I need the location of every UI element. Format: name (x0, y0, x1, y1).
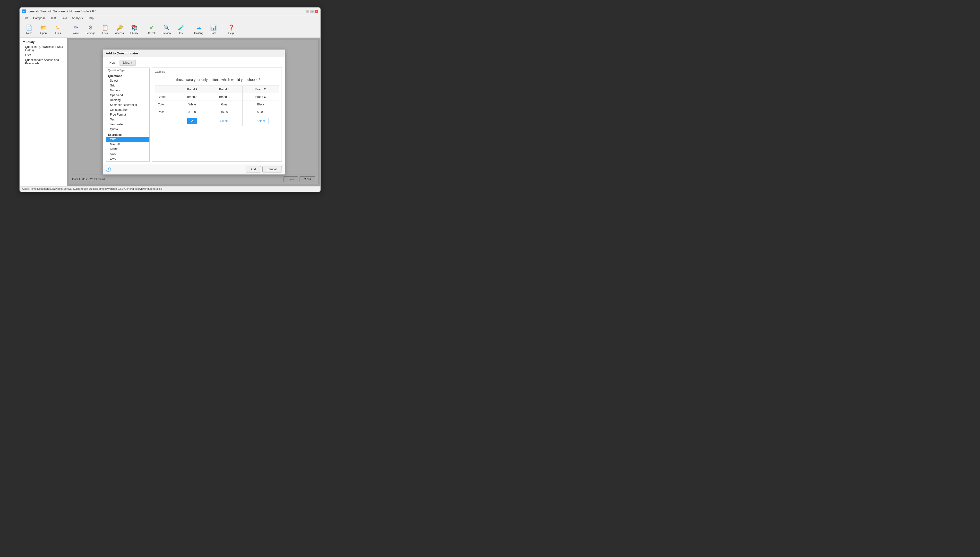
sidebar-lists[interactable]: Lists (20, 53, 67, 57)
minimize-button[interactable]: ─ (306, 10, 309, 13)
qt-text[interactable]: Text (106, 117, 150, 122)
toolbar-help-label: Help (228, 32, 234, 34)
menu-file[interactable]: File (21, 16, 31, 20)
cbc-attr-header (155, 86, 178, 93)
toolbar-lists-button[interactable]: 📋 Lists (98, 23, 112, 36)
qt-ranking[interactable]: Ranking (106, 98, 150, 103)
brand-b-select-button[interactable]: Select (217, 118, 232, 124)
cbc-question-text: If these were your only options, which w… (155, 78, 279, 81)
modal-content: Question Type Questions Select Grid Nume… (106, 68, 282, 161)
example-panel: Example If these were your only options,… (152, 68, 282, 161)
brand-a-select-button[interactable]: ✔ (187, 118, 197, 124)
toolbar-write-button[interactable]: ✏ Write (69, 23, 83, 36)
brand-b-color: Grey (206, 101, 243, 108)
toolbar-open-label: Open (40, 32, 47, 34)
window-controls: ─ □ ✕ (306, 10, 318, 13)
file-path: \\Mac\Home\Documents\Sawtooth Software\L… (22, 187, 163, 190)
qt-cva[interactable]: CVA (106, 156, 150, 161)
toolbar-settings-label: Settings (86, 32, 95, 34)
new-icon: 📄 (26, 24, 32, 31)
brand-b-select-cell: Select (206, 116, 243, 126)
help-button[interactable]: ? (106, 167, 111, 172)
tab-library[interactable]: Library (119, 60, 136, 65)
brand-c-select-button[interactable]: Select (253, 118, 268, 124)
brand-c-select-cell: Select (243, 116, 279, 126)
question-type-header: Question Type (106, 68, 150, 73)
table-row: Price $1.00 $5.00 $3.00 (155, 108, 279, 116)
toolbar-settings-button[interactable]: ⚙ Settings (83, 23, 97, 36)
qt-maxdiff[interactable]: MaxDiff (106, 142, 150, 147)
toolbar-test-button[interactable]: 🧪 Test (174, 23, 188, 36)
qt-openend[interactable]: Open-end (106, 93, 150, 98)
cancel-button[interactable]: Cancel (262, 166, 282, 173)
toolbar-files-button[interactable]: 🗂 Files (51, 23, 65, 36)
example-header: Example (155, 70, 279, 75)
tab-new[interactable]: New (106, 60, 119, 65)
toolbar-open-button[interactable]: 📂 Open (37, 23, 50, 36)
qt-constant-sum[interactable]: Constant Sum (106, 107, 150, 112)
toolbar-library-button[interactable]: 📚 Library (127, 23, 141, 36)
modal-body: New Library Question Type Questions Sele… (103, 57, 285, 164)
sidebar-access[interactable]: Questionnaire Access and Passwords (20, 57, 67, 66)
qt-aca[interactable]: ACA (106, 151, 150, 156)
brand-a-brand: Brand A (178, 93, 206, 101)
sidebar: ▼ Study Questions (32/Unlimited Data Fie… (20, 37, 67, 186)
window-title: general - Sawtooth Software Lighthouse S… (28, 10, 306, 13)
toolbar-preview-label: Preview (161, 32, 171, 34)
toolbar-new-button[interactable]: 📄 New (22, 23, 36, 36)
menu-compose[interactable]: Compose (31, 16, 48, 20)
table-row: ✔ Select Select (155, 116, 279, 126)
toolbar-new-label: New (26, 32, 32, 34)
qt-quota[interactable]: Quota (106, 127, 150, 132)
qt-grid[interactable]: Grid (106, 83, 150, 88)
menu-bar: File Compose Test Field Analysis Help (20, 15, 321, 21)
sidebar-study[interactable]: ▼ Study (20, 40, 67, 44)
attr-brand: Brand (155, 93, 178, 101)
qt-numeric[interactable]: Numeric (106, 88, 150, 93)
hosting-icon: ☁ (195, 24, 202, 31)
toolbar-data-button[interactable]: 📊 Data (207, 23, 220, 36)
brand-b-price: $5.00 (206, 108, 243, 116)
toolbar-hosting-button[interactable]: ☁ Hosting (192, 23, 205, 36)
help-icon: ❓ (228, 24, 234, 31)
qt-select[interactable]: Select (106, 78, 150, 83)
preview-icon: 🔍 (163, 24, 170, 31)
main-content: ▼ Study Questions (32/Unlimited Data Fie… (20, 37, 321, 186)
brand-b-brand: Brand B (206, 93, 243, 101)
status-bar: \\Mac\Home\Documents\Sawtooth Software\L… (20, 186, 321, 192)
toolbar-access-button[interactable]: 🔑 Access (113, 23, 126, 36)
qt-semantic-differential[interactable]: Semantic Differential (106, 103, 150, 107)
qt-free-format[interactable]: Free Format (106, 112, 150, 117)
add-button[interactable]: Add (246, 166, 261, 173)
lists-icon: 📋 (101, 24, 108, 31)
add-to-questionnaire-modal: Add to Questionnaire New Library (103, 49, 285, 175)
test-icon: 🧪 (177, 24, 184, 31)
data-icon: 📊 (210, 24, 217, 31)
toolbar-hosting-label: Hosting (194, 32, 203, 34)
menu-analysis[interactable]: Analysis (70, 16, 85, 20)
toolbar-help-button[interactable]: ❓ Help (224, 23, 238, 36)
cbc-preview-table: Brand A Brand B Brand C Brand Br (155, 86, 279, 126)
menu-field[interactable]: Field (58, 16, 70, 20)
modal-header: Add to Questionnaire (103, 50, 285, 57)
main-window: ss general - Sawtooth Software Lighthous… (20, 7, 321, 192)
cbc-brand-c-header: Brand C (243, 86, 279, 93)
qt-acbc[interactable]: ACBC (106, 147, 150, 151)
close-button[interactable]: ✕ (314, 10, 318, 13)
access-icon: 🔑 (116, 24, 123, 31)
maximize-button[interactable]: □ (310, 10, 314, 13)
toolbar-write-label: Write (73, 32, 79, 34)
footer-action-buttons: Add Cancel (246, 166, 282, 173)
toolbar-preview-button[interactable]: 🔍 Preview (160, 23, 173, 36)
qt-cbc[interactable]: CBC (106, 137, 150, 142)
triangle-icon: ▼ (23, 40, 26, 44)
toolbar-files-label: Files (55, 32, 61, 34)
attr-price: Price (155, 108, 178, 116)
qt-terminate[interactable]: Terminate (106, 122, 150, 127)
toolbar-separator-3 (190, 24, 190, 34)
menu-test[interactable]: Test (48, 16, 58, 20)
title-bar: ss general - Sawtooth Software Lighthous… (20, 8, 321, 15)
menu-help[interactable]: Help (85, 16, 96, 20)
sidebar-questions[interactable]: Questions (32/Unlimited Data Fields) (20, 44, 67, 53)
toolbar-check-button[interactable]: ✔ Check (145, 23, 159, 36)
